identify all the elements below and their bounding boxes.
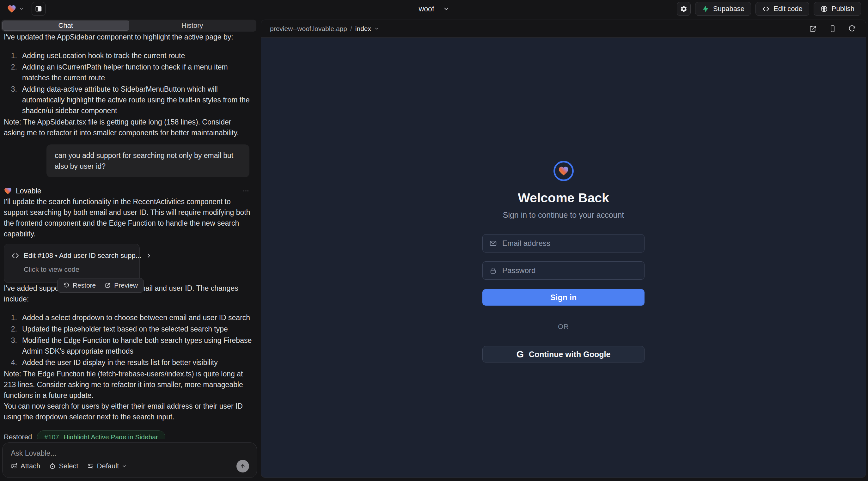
panel-icon <box>35 5 42 13</box>
open-in-new-tab-button[interactable] <box>808 24 818 33</box>
mobile-view-button[interactable] <box>828 24 837 33</box>
list-item: Added the user ID display in the results… <box>4 357 253 368</box>
chevron-right-icon <box>146 253 152 259</box>
supabase-icon <box>702 5 709 13</box>
preview-label: Preview <box>114 282 138 289</box>
preview-url-separator: / <box>350 25 352 33</box>
assistant-note: Note: The Edge Function file (fetch-fire… <box>4 368 253 401</box>
edit-version-card[interactable]: Edit #108 • Add user ID search supp... C… <box>4 244 140 283</box>
list-item: Adding data-active attribute to SidebarM… <box>4 84 253 116</box>
select-element-button[interactable]: Select <box>49 462 78 470</box>
supabase-label: Supabase <box>713 5 744 13</box>
preview-url-page: index <box>355 25 371 33</box>
list-item-text: Adding data-active attribute to SidebarM… <box>22 84 253 116</box>
chevron-down-icon <box>443 6 449 12</box>
tab-history[interactable]: History <box>129 21 256 31</box>
user-message-text: can you add support for searching not on… <box>55 150 241 171</box>
heart-icon <box>558 165 569 177</box>
version-number: #107 <box>44 433 59 439</box>
gear-icon <box>680 5 687 13</box>
restore-label: Restore <box>73 282 96 289</box>
password-field[interactable] <box>502 266 638 275</box>
arrow-up-icon <box>240 463 246 469</box>
google-button-label: Continue with Google <box>529 350 610 359</box>
page-subtitle: Sign in to continue to your account <box>503 211 624 220</box>
external-link-icon <box>809 25 817 33</box>
preview-app-content: Welcome Back Sign in to continue to your… <box>261 38 866 478</box>
page-title: Welcome Back <box>518 191 609 205</box>
chat-tab-bar: Chat History <box>1 20 256 32</box>
chevron-down-icon <box>374 26 379 31</box>
project-switcher[interactable]: woof <box>419 5 450 13</box>
list-item: Adding an isCurrentPath helper function … <box>4 62 253 83</box>
mobile-phone-icon <box>829 25 837 33</box>
assistant-message-header: Lovable <box>4 186 253 196</box>
assistant-note: Note: The AppSidebar.tsx file is getting… <box>4 117 253 138</box>
chevron-down-icon <box>122 463 127 469</box>
preview-url-selector[interactable]: preview--woof.lovable.app / index <box>270 25 379 33</box>
send-button[interactable] <box>237 460 249 473</box>
list-item-text: Updated the placeholder text based on th… <box>22 324 228 334</box>
edit-card-title: Edit #108 • Add user ID search supp... <box>24 250 141 261</box>
edit-code-button[interactable]: Edit code <box>755 2 809 16</box>
edit-card-toolbar: Restore Preview <box>57 278 144 293</box>
restore-icon <box>63 282 69 289</box>
restored-label: Restored <box>4 432 32 439</box>
chat-panel: Chat History I've updated the AppSidebar… <box>0 18 258 481</box>
list-item-text: Added a select dropdown to choose betwee… <box>22 312 250 323</box>
lovable-logo-menu[interactable] <box>7 4 24 13</box>
divider-label: OR <box>558 323 569 331</box>
publish-button[interactable]: Publish <box>814 2 861 16</box>
preview-header: preview--woof.lovable.app / index <box>261 20 866 38</box>
refresh-button[interactable] <box>847 24 857 33</box>
preview-button[interactable]: Preview <box>105 282 138 289</box>
google-g-icon: G <box>517 350 524 359</box>
list-item-text: Adding useLocation hook to track the cur… <box>22 50 185 61</box>
sidebar-toggle-button[interactable] <box>32 2 45 16</box>
divider-line <box>483 327 551 327</box>
list-item-text: Added the user ID display in the results… <box>22 357 218 368</box>
restore-button[interactable]: Restore <box>63 282 96 289</box>
list-item: Adding useLocation hook to track the cur… <box>4 50 253 61</box>
ellipsis-icon <box>243 187 249 194</box>
email-field[interactable] <box>502 238 638 248</box>
select-label: Select <box>59 462 78 470</box>
sign-in-button[interactable]: Sign in <box>483 289 645 306</box>
tab-chat[interactable]: Chat <box>2 21 129 31</box>
attach-label: Attach <box>21 462 40 470</box>
list-item: Added a select dropdown to choose betwee… <box>4 312 253 323</box>
settings-button[interactable] <box>677 2 691 16</box>
restored-row: Restored #107 Highlight Active Page in S… <box>4 430 253 439</box>
chat-messages: I've updated the AppSidebar component to… <box>0 32 258 439</box>
lock-icon <box>489 266 497 275</box>
divider-line <box>576 327 645 327</box>
lovable-heart-icon <box>4 187 12 195</box>
supabase-button[interactable]: Supabase <box>695 2 751 16</box>
message-options-button[interactable] <box>241 186 251 196</box>
list-item-text: Adding an isCurrentPath helper function … <box>22 62 253 83</box>
sliders-icon <box>87 463 94 470</box>
app-logo-badge <box>554 161 574 181</box>
chat-composer: Attach Select Default <box>2 443 257 478</box>
email-field-wrapper <box>483 234 645 253</box>
restored-version-badge[interactable]: #107 Highlight Active Page in Sidebar <box>37 430 165 439</box>
user-message-bubble: can you add support for searching not on… <box>46 145 249 177</box>
mode-label: Default <box>97 462 119 470</box>
publish-label: Publish <box>832 5 855 13</box>
globe-icon <box>820 5 828 13</box>
code-icon <box>11 252 19 260</box>
preview-panel: preview--woof.lovable.app / index <box>261 20 866 478</box>
project-name: woof <box>419 5 434 13</box>
envelope-icon <box>489 239 497 248</box>
assistant-list: Added a select dropdown to choose betwee… <box>4 312 253 368</box>
attach-button[interactable]: Attach <box>11 462 40 470</box>
assistant-message-intro: I've updated the AppSidebar component to… <box>4 32 253 42</box>
list-item-text: Modified the Edge Function to handle bot… <box>22 335 253 356</box>
image-plus-icon <box>11 463 18 470</box>
chat-input[interactable] <box>11 449 249 458</box>
mode-selector-button[interactable]: Default <box>87 462 127 470</box>
version-title: Highlight Active Page in Sidebar <box>64 433 158 439</box>
assistant-message-intro: I'll update the search functionality in … <box>4 196 253 239</box>
edit-card-subtitle: Click to view code <box>24 264 132 275</box>
google-sign-in-button[interactable]: G Continue with Google <box>483 346 645 362</box>
